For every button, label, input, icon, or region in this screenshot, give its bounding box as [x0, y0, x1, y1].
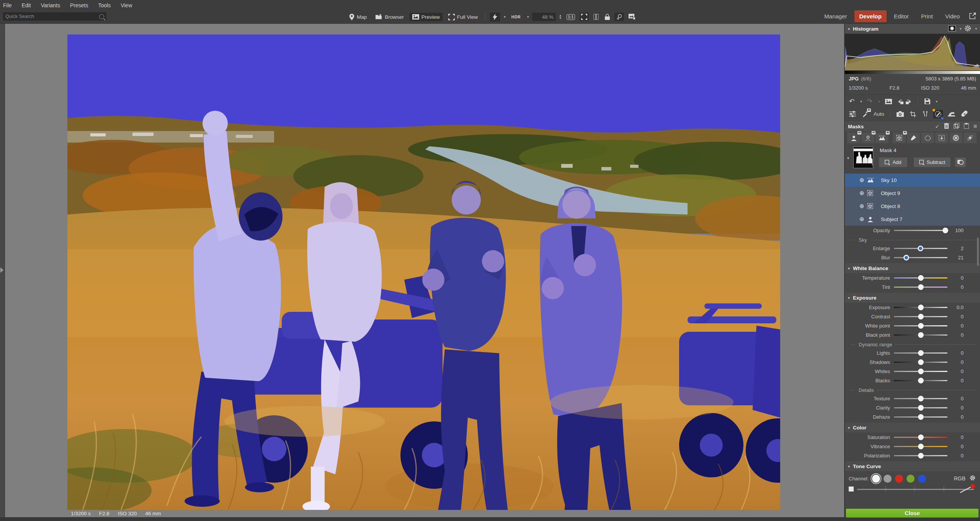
clarity-slider[interactable] [894, 405, 947, 410]
collapse-icon[interactable]: ▾ [848, 426, 850, 430]
blacks-slider[interactable] [894, 378, 947, 383]
slider-thumb[interactable] [918, 350, 924, 356]
compare-original-button[interactable] [884, 98, 893, 105]
slider-thumb[interactable] [918, 444, 924, 449]
mask-visibility-toggle[interactable]: ⊕ [859, 190, 867, 197]
texture-slider[interactable] [894, 396, 947, 401]
tone-curve-header[interactable]: ▾ Tone Curve [845, 461, 980, 471]
slider-thumb[interactable] [918, 332, 924, 338]
save-caret[interactable]: ▾ [936, 100, 938, 103]
invert-mask-button[interactable] [955, 157, 966, 167]
mask-visibility-toggle[interactable]: ⊕ [859, 203, 867, 210]
slider-thumb[interactable] [918, 453, 924, 459]
section-header-white-balance[interactable]: ▾White Balance [845, 263, 980, 273]
enlarge-slider[interactable] [894, 246, 947, 251]
section-header-color[interactable]: ▾Color [845, 423, 980, 433]
sky-mask-tool-icon[interactable]: AI [875, 133, 889, 143]
collapse-icon[interactable]: ▾ [848, 266, 850, 270]
whites-slider[interactable] [894, 369, 947, 374]
slider-thumb[interactable] [918, 246, 923, 251]
menu-variants[interactable]: Variants [41, 2, 60, 8]
browser-button[interactable]: Browser [372, 13, 407, 21]
mask-thumbnail[interactable] [853, 147, 873, 168]
auto-enhance-wand-icon[interactable]: AI [861, 110, 870, 118]
save-button[interactable] [923, 98, 931, 105]
slider-thumb[interactable] [903, 255, 909, 260]
mask-item-subject-7[interactable]: ⊕Subject 7 [845, 213, 980, 226]
white-point-slider[interactable] [894, 323, 947, 328]
histogram-settings-caret[interactable]: ▾ [975, 27, 977, 31]
fit-to-screen-button[interactable] [580, 13, 589, 21]
search-input[interactable] [5, 14, 99, 19]
tab-manager[interactable]: Manager [819, 10, 852, 22]
compare-view-button[interactable] [592, 13, 600, 21]
overlay-caret[interactable]: ▾ [960, 27, 962, 31]
channel-blue-button[interactable] [918, 475, 926, 483]
slider-thumb[interactable] [918, 359, 924, 365]
deform-iron-icon[interactable] [947, 111, 956, 118]
black-point-slider[interactable] [894, 332, 947, 338]
elliptical-mask-tool-icon[interactable] [921, 133, 934, 143]
photo-canvas-with-mask-overlay[interactable] [67, 34, 780, 510]
histogram-chart[interactable] [845, 34, 980, 71]
mask-item-object-8[interactable]: ⊕Object 8 [845, 200, 980, 213]
mask-item-sky-10[interactable]: ⊕Sky 10 [845, 174, 980, 187]
object-mask-tool-icon[interactable]: AI [893, 133, 906, 143]
blur-slider[interactable] [894, 255, 947, 260]
collapse-icon[interactable]: ▾ [848, 296, 850, 300]
preview-button[interactable]: Preview [410, 13, 443, 21]
subject-mask-tool-icon[interactable]: AI [847, 133, 860, 143]
menu-presets[interactable]: Presets [70, 2, 88, 8]
tab-video[interactable]: Video [940, 10, 965, 22]
undo-button[interactable]: ↶ [848, 98, 856, 105]
subtract-mask-button[interactable]: Subtract [914, 157, 951, 167]
crop-tool-icon[interactable] [909, 110, 917, 118]
channel-red-button[interactable] [895, 475, 903, 483]
temperature-slider[interactable] [894, 275, 947, 280]
healing-bandage-icon[interactable] [960, 110, 969, 118]
menu-file[interactable]: File [3, 2, 12, 8]
mask-group-row[interactable]: ▾ Mask 4 Add Subtract [845, 146, 980, 171]
portrait-mask-tool-icon[interactable]: AI [861, 133, 874, 143]
opacity-slider[interactable] [894, 228, 947, 233]
curve-highlight-handle[interactable] [959, 483, 976, 493]
apply-mask-icon[interactable]: ✓ [935, 124, 939, 129]
slider-thumb[interactable] [918, 275, 924, 281]
basic-adjustments-icon[interactable] [848, 110, 857, 118]
overlay-indicator-icon[interactable] [948, 25, 956, 33]
collapse-icon[interactable]: ▾ [848, 464, 850, 469]
mask-visibility-toggle[interactable]: ⊕ [859, 177, 867, 183]
brush-mask-tool-icon[interactable] [907, 133, 920, 143]
exposure-slider[interactable] [894, 305, 947, 310]
quick-search[interactable] [3, 12, 106, 21]
section-header-exposure[interactable]: ▾Exposure [845, 293, 980, 303]
menu-tools[interactable]: Tools [98, 2, 111, 8]
redo-button[interactable]: ↷ [866, 98, 874, 105]
slider-thumb[interactable] [918, 434, 924, 440]
masks-header[interactable]: Masks ✓ ≡ [845, 121, 980, 131]
full-view-button[interactable]: Full View [446, 13, 481, 21]
close-button[interactable]: Close [846, 509, 978, 518]
curve-settings-gear-icon[interactable] [969, 474, 976, 483]
paste-mask-icon[interactable] [964, 123, 969, 130]
tab-editor[interactable]: Editor [889, 10, 914, 22]
histogram-settings-icon[interactable] [964, 25, 971, 33]
undo-caret[interactable]: ▾ [860, 100, 862, 103]
panel-scrollbar[interactable] [977, 238, 979, 266]
map-button[interactable]: Map [346, 13, 369, 21]
menu-edit[interactable]: Edit [22, 2, 31, 8]
retouch-tool-icon[interactable] [921, 110, 929, 118]
slider-thumb[interactable] [918, 405, 924, 411]
search-icon[interactable] [99, 14, 104, 19]
channel-green-button[interactable] [906, 475, 915, 483]
tab-print[interactable]: Print [916, 10, 938, 22]
masks-menu-icon[interactable]: ≡ [973, 123, 977, 130]
saturation-slider[interactable] [894, 434, 947, 440]
dehaze-slider[interactable] [894, 414, 947, 419]
lights-slider[interactable] [894, 350, 947, 356]
mask-visibility-toggle[interactable]: ⊕ [859, 216, 867, 223]
histogram-header[interactable]: ▾ Histogram ▾ ▾ [845, 24, 980, 34]
tint-slider[interactable] [894, 284, 947, 290]
polarization-slider[interactable] [894, 453, 947, 458]
undock-icon[interactable] [969, 12, 976, 21]
